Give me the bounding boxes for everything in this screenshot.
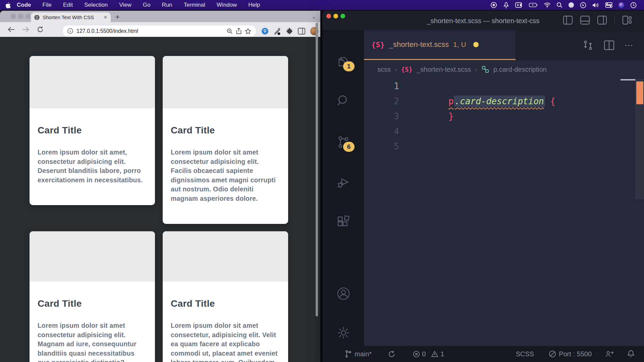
breadcrumbs: scss › {S} _shorten-text.scss › p.card-d…: [364, 60, 644, 79]
spotlight-search-icon[interactable]: [556, 2, 562, 8]
siri-icon[interactable]: [618, 2, 625, 8]
screen-record-icon[interactable]: [515, 2, 523, 8]
notifications-bell-icon[interactable]: [627, 350, 635, 358]
explorer-badge: 1: [343, 61, 355, 71]
split-editor-icon[interactable]: [604, 40, 614, 50]
more-actions-icon[interactable]: ⋯: [625, 40, 634, 51]
extensions-icon[interactable]: [336, 215, 351, 229]
close-window-button[interactable]: [326, 14, 331, 18]
tab-filename: _shorten-text.scss: [389, 40, 449, 49]
record-dot-icon[interactable]: [490, 2, 497, 8]
vscode-title-bar: _shorten-text.scss — shorten-text-css: [322, 11, 644, 30]
share-icon[interactable]: [236, 28, 241, 34]
git-branch-item[interactable]: main*: [344, 350, 372, 358]
clock-icon[interactable]: [630, 2, 637, 8]
wifi-icon[interactable]: [544, 2, 551, 8]
menu-item-file[interactable]: File: [43, 2, 52, 8]
account-icon[interactable]: [336, 287, 351, 301]
menu-item-edit[interactable]: Edit: [63, 2, 73, 8]
code-editor[interactable]: 1 2 3 4 5 p.card-description { }: [364, 79, 644, 346]
search-icon[interactable]: [336, 94, 351, 108]
browser-tab[interactable]: Shorten Text With CSS ✕: [31, 12, 111, 22]
tab-git-decoration: 1, U: [453, 41, 466, 49]
browser-extension-icons: ⋮: [261, 25, 320, 37]
language-mode-item[interactable]: SCSS: [516, 350, 534, 358]
editor-tab[interactable]: {S} _shorten-text.scss 1, U: [364, 30, 516, 60]
toggle-sidebar-icon[interactable]: [563, 16, 573, 24]
menu-item-view[interactable]: View: [119, 2, 131, 8]
extensions-puzzle-icon[interactable]: [286, 27, 293, 35]
close-window-button[interactable]: [11, 14, 16, 19]
minimize-window-button[interactable]: [333, 14, 338, 18]
card: Card Title Lorem ipsum dolor sit amet co…: [163, 231, 288, 362]
password-extension-icon[interactable]: [261, 27, 269, 35]
menu-item-run[interactable]: Run: [162, 2, 172, 8]
zoom-page-icon[interactable]: [227, 28, 233, 34]
sync-icon[interactable]: [388, 350, 395, 358]
side-panel-icon[interactable]: [298, 28, 305, 35]
apple-menu-icon[interactable]: [5, 2, 11, 8]
card-title: Card Title: [38, 298, 147, 309]
new-tab-button[interactable]: +: [115, 14, 120, 20]
forward-icon[interactable]: [22, 26, 30, 33]
code-line-1[interactable]: p.card-description {: [417, 79, 555, 94]
reload-icon[interactable]: [37, 26, 44, 33]
problems-item[interactable]: 0 1: [413, 350, 444, 358]
zoom-window-button[interactable]: [340, 14, 345, 18]
card-title: Card Title: [171, 298, 280, 309]
selector-class: .card-description: [454, 96, 545, 107]
rocket-icon[interactable]: [503, 2, 509, 8]
layout-controls: [563, 16, 632, 24]
macos-menu-bar: Code File Edit Selection View Go Run Ter…: [0, 0, 644, 10]
breadcrumb-symbol[interactable]: p.card-description: [493, 66, 547, 73]
menu-item-go[interactable]: Go: [143, 2, 151, 8]
breadcrumb-folder[interactable]: scss: [377, 66, 391, 73]
error-count: 0: [422, 350, 426, 358]
minimize-window-button[interactable]: [18, 14, 23, 19]
breadcrumb-separator: ›: [475, 66, 477, 73]
source-control-badge: 6: [343, 142, 355, 152]
menu-item-window[interactable]: Window: [217, 2, 237, 8]
now-playing-icon[interactable]: [580, 2, 586, 8]
overview-ruler-cursor-marker: [621, 79, 635, 80]
card: Card Title Lorem ipsum dolor sit amet, c…: [30, 56, 155, 205]
breadcrumb-separator: ›: [395, 66, 397, 73]
eyedropper-extension-icon[interactable]: [274, 27, 281, 35]
close-tab-icon[interactable]: ✕: [104, 15, 107, 20]
battery-icon[interactable]: [529, 3, 538, 7]
customize-layout-icon[interactable]: [623, 16, 632, 24]
activity-bar: 1 6: [322, 30, 364, 346]
menu-item-help[interactable]: Help: [248, 2, 260, 8]
back-icon[interactable]: [7, 26, 15, 33]
line-number: 1: [371, 79, 399, 94]
tab-search-chevron-icon[interactable]: ⌄: [312, 14, 316, 19]
card: Card Title Lorem ipsum dolor sit amet co…: [30, 231, 155, 362]
live-server-port-item[interactable]: Port : 5500: [549, 350, 592, 358]
menu-item-terminal[interactable]: Terminal: [184, 2, 205, 8]
code-line-2[interactable]: }: [417, 94, 454, 109]
card-description: Lorem ipsum dolor sit amet consectetur, …: [171, 321, 280, 362]
control-center-icon[interactable]: [605, 2, 612, 8]
url-text[interactable]: 127.0.0.1:5500/index.html: [76, 28, 223, 34]
vscode-window: _shorten-text.scss — shorten-text-css 1 …: [322, 11, 644, 362]
unsaved-dot-icon[interactable]: [473, 42, 479, 47]
open-brace: {: [545, 96, 555, 106]
toggle-panel-icon[interactable]: [580, 16, 590, 24]
zoom-window-button[interactable]: [25, 14, 31, 19]
settings-gear-icon[interactable]: [336, 326, 351, 340]
open-changes-icon[interactable]: [582, 40, 594, 51]
breadcrumb-file[interactable]: _shorten-text.scss: [417, 66, 471, 73]
card-image-placeholder: [30, 56, 155, 108]
menu-item-code[interactable]: Code: [17, 2, 31, 8]
menu-item-selection[interactable]: Selection: [84, 2, 108, 8]
run-debug-icon[interactable]: [336, 175, 351, 189]
bookmark-star-icon[interactable]: [245, 28, 251, 34]
volume-icon[interactable]: [592, 2, 599, 8]
address-bar[interactable]: 127.0.0.1:5500/index.html: [63, 25, 256, 37]
browser-scrollbar[interactable]: [316, 23, 318, 316]
toggle-secondary-sidebar-icon[interactable]: [597, 16, 607, 24]
menu-items: Code File Edit Selection View Go Run Ter…: [17, 2, 260, 8]
feedback-icon[interactable]: [605, 350, 614, 358]
site-info-icon[interactable]: [67, 28, 73, 34]
focus-mode-icon[interactable]: [568, 2, 574, 8]
